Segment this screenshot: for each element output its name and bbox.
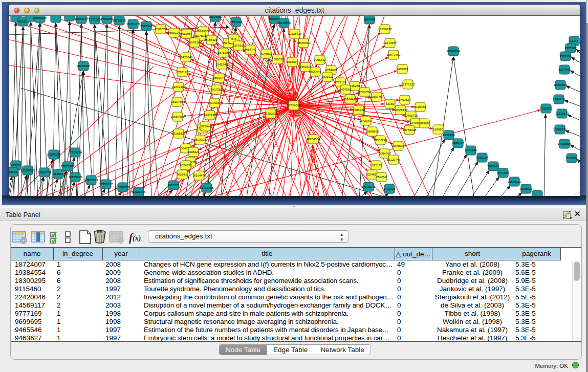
svg-text:16914479: 16914479 xyxy=(192,174,206,177)
svg-text:8186323: 8186323 xyxy=(205,38,217,41)
svg-text:9242848: 9242848 xyxy=(215,63,228,66)
svg-text:8427552: 8427552 xyxy=(210,88,223,91)
svg-text:39154: 39154 xyxy=(9,170,17,173)
svg-text:33975867: 33975867 xyxy=(61,165,75,168)
svg-text:12495796: 12495796 xyxy=(404,114,418,117)
svg-text:19166825: 19166825 xyxy=(172,132,186,135)
svg-text:53594: 53594 xyxy=(201,125,210,128)
svg-text:16848784: 16848784 xyxy=(447,50,461,53)
svg-text:1733426: 1733426 xyxy=(383,187,396,190)
svg-text:19384554: 19384554 xyxy=(307,138,320,141)
svg-text:9474444: 9474444 xyxy=(465,149,477,152)
svg-text:6497568: 6497568 xyxy=(339,88,352,91)
svg-text:16210643: 16210643 xyxy=(555,112,569,115)
svg-text:746266: 746266 xyxy=(350,84,360,87)
svg-text:17359934: 17359934 xyxy=(69,151,82,154)
svg-text:3267130: 3267130 xyxy=(204,114,216,117)
svg-text:1621022: 1621022 xyxy=(321,75,334,78)
svg-text:12505135: 12505135 xyxy=(69,176,82,179)
svg-text:546: 546 xyxy=(231,37,237,40)
svg-text:9457771: 9457771 xyxy=(167,184,180,187)
svg-text:16782759: 16782759 xyxy=(116,186,130,189)
svg-text:16154838: 16154838 xyxy=(378,28,392,31)
svg-text:16120746: 16120746 xyxy=(387,158,401,161)
svg-text:9329996: 9329996 xyxy=(559,55,572,58)
svg-text:9524855: 9524855 xyxy=(180,164,192,167)
svg-text:10654112: 10654112 xyxy=(508,180,521,183)
svg-text:9245612: 9245612 xyxy=(520,187,532,190)
svg-text:7663822: 7663822 xyxy=(155,28,167,31)
svg-text:7625402: 7625402 xyxy=(176,173,188,176)
svg-text:8878334: 8878334 xyxy=(194,138,206,141)
svg-text:7515546: 7515546 xyxy=(140,25,153,28)
svg-text:20691406: 20691406 xyxy=(33,16,47,19)
svg-text:6479197: 6479197 xyxy=(452,142,464,145)
svg-text:9227343: 9227343 xyxy=(558,68,571,71)
svg-text:16033809: 16033809 xyxy=(209,16,223,18)
svg-text:20364436: 20364436 xyxy=(343,98,357,101)
svg-text:12093823: 12093823 xyxy=(554,83,568,86)
svg-text:2803144: 2803144 xyxy=(213,76,225,79)
svg-text:1362615: 1362615 xyxy=(299,65,312,69)
svg-text:18640910: 18640910 xyxy=(297,41,311,45)
svg-text:3624554: 3624554 xyxy=(359,91,371,94)
svg-text:8466160: 8466160 xyxy=(101,17,113,20)
svg-text:16671355: 16671355 xyxy=(126,23,140,26)
svg-text:9463627: 9463627 xyxy=(399,98,411,101)
svg-text:7632621: 7632621 xyxy=(487,165,499,168)
svg-text:10958127: 10958127 xyxy=(99,183,113,186)
svg-text:13325419: 13325419 xyxy=(288,32,302,35)
svg-text:2887682: 2887682 xyxy=(363,18,376,21)
svg-text:20206531: 20206531 xyxy=(47,153,61,156)
svg-text:435001: 435001 xyxy=(11,164,21,167)
svg-text:(x): (x) xyxy=(133,234,141,243)
svg-text:1810755: 1810755 xyxy=(171,100,183,103)
svg-text:164095: 164095 xyxy=(433,128,444,131)
svg-text:10973493: 10973493 xyxy=(387,53,401,56)
svg-text:10688609: 10688609 xyxy=(365,130,379,133)
svg-text:8454749: 8454749 xyxy=(244,48,256,51)
svg-text:7955812: 7955812 xyxy=(314,58,326,61)
svg-text:1588520: 1588520 xyxy=(272,58,284,61)
svg-text:12156829: 12156829 xyxy=(21,169,35,172)
svg-text:62160: 62160 xyxy=(386,102,395,105)
svg-text:7485063: 7485063 xyxy=(396,68,408,71)
svg-text:13756928: 13756928 xyxy=(403,128,417,132)
svg-text:3215955: 3215955 xyxy=(540,107,552,110)
svg-text:12942737: 12942737 xyxy=(38,171,52,174)
svg-text:19654983: 19654983 xyxy=(171,115,185,118)
svg-text:19218506: 19218506 xyxy=(277,21,291,25)
svg-text:9860124: 9860124 xyxy=(168,31,180,34)
svg-text:20053346: 20053346 xyxy=(77,64,91,68)
svg-text:10543382: 10543382 xyxy=(188,41,202,44)
svg-text:5875685: 5875685 xyxy=(217,51,230,54)
svg-text:8471676: 8471676 xyxy=(497,171,509,174)
svg-text:1244419: 1244419 xyxy=(553,98,565,101)
svg-text:3498222: 3498222 xyxy=(187,150,200,154)
svg-text:2367608: 2367608 xyxy=(232,44,245,47)
svg-text:1575107: 1575107 xyxy=(564,47,577,50)
svg-text:12213967: 12213967 xyxy=(383,41,397,45)
svg-text:10807467: 10807467 xyxy=(370,95,384,98)
svg-text:9527503: 9527503 xyxy=(194,34,206,37)
svg-text:8938923: 8938923 xyxy=(443,134,455,137)
svg-text:15720407: 15720407 xyxy=(359,119,373,122)
svg-text:6322037: 6322037 xyxy=(286,60,298,63)
svg-text:18724007: 18724007 xyxy=(287,104,301,107)
svg-text:6899695: 6899695 xyxy=(418,122,430,125)
svg-text:11171: 11171 xyxy=(570,39,578,42)
svg-text:7986322: 7986322 xyxy=(353,108,365,112)
svg-text:8912954: 8912954 xyxy=(180,32,192,35)
svg-text:14136141: 14136141 xyxy=(362,185,376,188)
svg-text:6794028: 6794028 xyxy=(325,69,337,72)
svg-text:12213369: 12213369 xyxy=(172,85,186,89)
svg-text:13807249: 13807249 xyxy=(374,139,387,142)
svg-text:9777169: 9777169 xyxy=(334,81,346,84)
svg-text:17957223: 17957223 xyxy=(84,179,98,182)
svg-text:10853257: 10853257 xyxy=(75,17,89,20)
svg-text:1527602: 1527602 xyxy=(89,18,101,21)
svg-text:9146821: 9146821 xyxy=(260,52,272,55)
svg-text:1615132: 1615132 xyxy=(370,164,382,167)
svg-text:417006: 417006 xyxy=(209,101,220,104)
svg-text:114519: 114519 xyxy=(53,172,63,176)
